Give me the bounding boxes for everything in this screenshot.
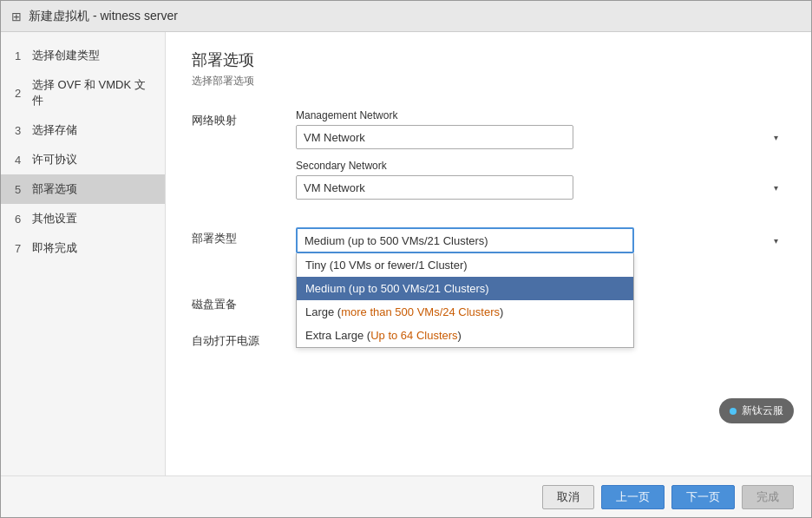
deployment-dropdown: Tiny (10 VMs or fewer/1 Cluster) Medium … bbox=[296, 253, 634, 348]
management-network-select[interactable]: VM Network bbox=[296, 125, 573, 149]
sidebar-label-2: 选择 OVF 和 VMDK 文件 bbox=[32, 77, 151, 108]
step-num-7: 7 bbox=[15, 242, 27, 255]
sidebar-label-3: 选择存储 bbox=[32, 122, 77, 138]
sidebar-item-5[interactable]: 5 部署选项 bbox=[1, 174, 165, 204]
deployment-type-select[interactable]: Medium (up to 500 VMs/21 Clusters) bbox=[296, 227, 634, 253]
dropdown-medium-label: Medium (up to 500 VMs/21 Clusters) bbox=[305, 282, 489, 295]
main-window: ⊞ 新建虚拟机 - witness server 1 选择创建类型 2 选择 O… bbox=[0, 0, 812, 518]
auto-power-label: 自动打开电源 bbox=[192, 330, 296, 349]
deployment-type-section: 部署类型 Medium (up to 500 VMs/21 Clusters) … bbox=[192, 227, 785, 276]
titlebar: ⊞ 新建虚拟机 - witness server bbox=[1, 1, 811, 32]
watermark-dot bbox=[730, 408, 737, 415]
secondary-network-wrapper: VM Network ▾ bbox=[296, 175, 785, 200]
deployment-type-controls: Medium (up to 500 VMs/21 Clusters) ▾ Tin… bbox=[296, 227, 785, 276]
sidebar-label-4: 许可协议 bbox=[32, 152, 77, 167]
deployment-arrow-icon: ▾ bbox=[774, 236, 778, 246]
step-num-6: 6 bbox=[15, 213, 27, 226]
next-button[interactable]: 下一页 bbox=[671, 485, 735, 509]
cancel-button[interactable]: 取消 bbox=[542, 485, 594, 509]
dropdown-large-label-suffix: ) bbox=[500, 305, 503, 318]
dropdown-tiny-label: Tiny (10 VMs or fewer/1 Cluster) bbox=[305, 259, 468, 272]
management-network-label: Management Network bbox=[296, 109, 785, 121]
step-num-3: 3 bbox=[15, 124, 27, 137]
dropdown-xlarge-label-suffix: ) bbox=[458, 329, 462, 342]
sidebar-label-5: 部署选项 bbox=[32, 181, 77, 197]
main-content: 1 选择创建类型 2 选择 OVF 和 VMDK 文件 3 选择存储 4 许可协… bbox=[1, 32, 811, 475]
step-num-1: 1 bbox=[15, 49, 27, 62]
prev-button[interactable]: 上一页 bbox=[601, 485, 665, 509]
dropdown-large-orange: more than 500 VMs/24 Clusters bbox=[341, 305, 500, 318]
sidebar: 1 选择创建类型 2 选择 OVF 和 VMDK 文件 3 选择存储 4 许可协… bbox=[1, 32, 166, 475]
sidebar-label-6: 其他设置 bbox=[32, 211, 77, 226]
sidebar-item-7[interactable]: 7 即将完成 bbox=[1, 233, 165, 263]
dropdown-option-large[interactable]: Large (more than 500 VMs/24 Clusters) bbox=[297, 300, 633, 324]
step-num-5: 5 bbox=[15, 183, 27, 196]
page-subtitle: 选择部署选项 bbox=[192, 74, 785, 89]
secondary-network-label: Secondary Network bbox=[296, 160, 785, 172]
sidebar-label-7: 即将完成 bbox=[32, 240, 77, 256]
watermark: 新钛云服 bbox=[719, 398, 794, 423]
deployment-select-wrapper: Medium (up to 500 VMs/21 Clusters) ▾ bbox=[296, 227, 785, 253]
network-mapping-label: 网络映射 bbox=[192, 109, 296, 128]
window-title: 新建虚拟机 - witness server bbox=[29, 9, 178, 24]
footer: 取消 上一页 下一页 完成 bbox=[1, 475, 811, 517]
management-network-wrapper: VM Network ▾ bbox=[296, 125, 785, 149]
content-area: 部署选项 选择部署选项 网络映射 Management Network VM N… bbox=[166, 32, 811, 475]
dropdown-option-xlarge[interactable]: Extra Large (Up to 64 Clusters) bbox=[297, 324, 633, 347]
secondary-network-arrow-icon: ▾ bbox=[774, 183, 778, 193]
sidebar-item-3[interactable]: 3 选择存储 bbox=[1, 115, 165, 145]
sidebar-item-2[interactable]: 2 选择 OVF 和 VMDK 文件 bbox=[1, 70, 165, 115]
window-icon: ⊞ bbox=[11, 10, 22, 23]
disk-provision-label: 磁盘置备 bbox=[192, 293, 296, 312]
deployment-type-label: 部署类型 bbox=[192, 227, 296, 246]
finish-button[interactable]: 完成 bbox=[742, 485, 794, 509]
secondary-network-select[interactable]: VM Network bbox=[296, 175, 573, 200]
sidebar-item-6[interactable]: 6 其他设置 bbox=[1, 204, 165, 233]
network-mapping-section: 网络映射 Management Network VM Network ▾ Sec… bbox=[192, 109, 785, 210]
network-mapping-controls: Management Network VM Network ▾ Secondar… bbox=[296, 109, 785, 210]
dropdown-xlarge-orange: Up to 64 Clusters bbox=[370, 329, 457, 342]
watermark-text: 新钛云服 bbox=[742, 403, 783, 418]
page-title: 部署选项 bbox=[192, 49, 785, 70]
step-num-2: 2 bbox=[15, 87, 27, 100]
dropdown-option-medium[interactable]: Medium (up to 500 VMs/21 Clusters) bbox=[297, 277, 633, 300]
sidebar-item-1[interactable]: 1 选择创建类型 bbox=[1, 41, 165, 70]
step-num-4: 4 bbox=[15, 154, 27, 167]
sidebar-item-4[interactable]: 4 许可协议 bbox=[1, 145, 165, 174]
dropdown-xlarge-label-prefix: Extra Large ( bbox=[305, 329, 370, 342]
sidebar-label-1: 选择创建类型 bbox=[32, 48, 100, 63]
dropdown-option-tiny[interactable]: Tiny (10 VMs or fewer/1 Cluster) bbox=[297, 253, 633, 277]
management-network-arrow-icon: ▾ bbox=[774, 133, 778, 142]
dropdown-large-label-prefix: Large ( bbox=[305, 305, 341, 318]
